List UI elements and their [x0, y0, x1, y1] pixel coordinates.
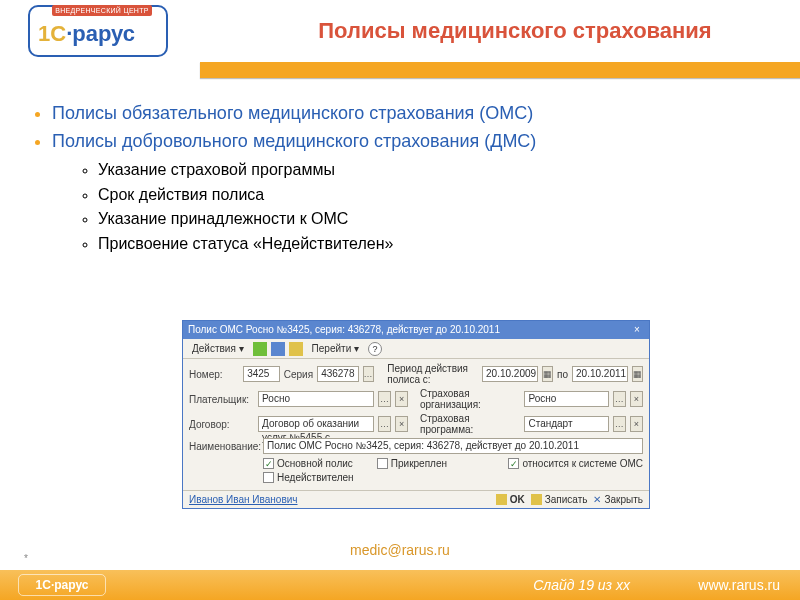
sub-bullet: Присвоение статуса «Недействителен» [98, 232, 770, 257]
series-input[interactable]: 436278 [317, 366, 358, 382]
sub-bullet: Указание страховой программы [98, 158, 770, 183]
lookup-button[interactable]: … [363, 366, 374, 382]
clear-button[interactable]: × [395, 391, 408, 407]
clear-button[interactable]: × [630, 391, 643, 407]
attached-checkbox[interactable]: Прикреплен [377, 458, 447, 469]
program-input[interactable]: Стандарт [524, 416, 608, 432]
toolbar-icon[interactable] [271, 342, 285, 356]
lookup-button[interactable]: … [613, 416, 626, 432]
slide-body: Полисы обязательного медицинского страхо… [30, 100, 770, 257]
sub-bullet: Срок действия полиса [98, 183, 770, 208]
oms-checkbox[interactable]: ✓относится к системе ОМС [508, 458, 643, 469]
lookup-button[interactable]: … [613, 391, 626, 407]
dialog-titlebar: Полис ОМС Росно №3425, серия: 436278, де… [183, 321, 649, 339]
invalid-checkbox[interactable]: Недействителен [263, 472, 354, 483]
save-button[interactable]: Записать [531, 494, 588, 505]
bullet-dms: Полисы добровольного медицинского страхо… [52, 128, 770, 257]
goto-menu[interactable]: Перейти ▾ [307, 341, 364, 356]
number-input[interactable]: 3425 [243, 366, 280, 382]
label: Плательщик: [189, 394, 254, 405]
footer-site: www.rarus.ru [698, 577, 780, 593]
dialog-body: Номер: 3425 Серия 436278 … Период действ… [183, 359, 649, 490]
label: Номер: [189, 369, 239, 380]
calendar-icon[interactable]: ▦ [542, 366, 553, 382]
dialog-title: Полис ОМС Росно №3425, серия: 436278, де… [188, 321, 500, 339]
date-from-input[interactable]: 20.10.2009 [482, 366, 538, 382]
close-icon: ✕ [593, 494, 601, 505]
date-to-input[interactable]: 20.10.2011 [572, 366, 628, 382]
contact-email: medic@rarus.ru [0, 542, 800, 558]
toolbar-icon[interactable] [289, 342, 303, 356]
label: Серия [284, 369, 313, 380]
slide-footer: 1С·рарус Слайд 19 из xx www.rarus.ru [0, 570, 800, 600]
footer-logo: 1С·рарус [18, 574, 106, 596]
company-logo: ВНЕДРЕНЧЕСКИЙ ЦЕНТР 1С·рарус [28, 5, 168, 57]
toolbar-icon[interactable] [253, 342, 267, 356]
label: Договор: [189, 419, 254, 430]
label: по [557, 369, 568, 380]
label: Период действия полиса с: [387, 363, 478, 385]
slide-number: Слайд 19 из xx [533, 577, 630, 593]
bullet-oms: Полисы обязательного медицинского страхо… [52, 100, 770, 128]
payer-input[interactable]: Росно [258, 391, 374, 407]
label: Страховая организация: [420, 388, 520, 410]
org-input[interactable]: Росно [524, 391, 608, 407]
contract-input[interactable]: Договор об оказании услуг №5455 с [258, 416, 374, 432]
calendar-icon[interactable]: ▦ [632, 366, 643, 382]
save-icon [496, 494, 507, 505]
clear-button[interactable]: × [395, 416, 408, 432]
close-icon[interactable]: × [630, 321, 644, 339]
ok-button[interactable]: OK [496, 494, 525, 505]
close-button[interactable]: ✕Закрыть [593, 494, 643, 505]
person-link[interactable]: Иванов Иван Иванович [189, 494, 298, 505]
save-icon [531, 494, 542, 505]
slide-title: Полисы медицинского страхования [240, 18, 790, 44]
lookup-button[interactable]: … [378, 416, 391, 432]
logo-text: 1С·рарус [38, 21, 135, 47]
name-input[interactable]: Полис ОМС Росно №3425, серия: 436278, де… [263, 438, 643, 454]
help-icon[interactable]: ? [368, 342, 382, 356]
label: Наименование: [189, 441, 259, 452]
slide-header: ВНЕДРЕНЧЕСКИЙ ЦЕНТР 1С·рарус Полисы меди… [0, 0, 800, 68]
clear-button[interactable]: × [630, 416, 643, 432]
actions-menu[interactable]: Действия ▾ [187, 341, 249, 356]
policy-dialog: Полис ОМС Росно №3425, серия: 436278, де… [182, 320, 650, 509]
dialog-toolbar: Действия ▾ Перейти ▾ ? [183, 339, 649, 359]
lookup-button[interactable]: … [378, 391, 391, 407]
label: Страховая программа: [420, 413, 520, 435]
main-policy-checkbox[interactable]: ✓Основной полис [263, 458, 353, 469]
accent-bar [200, 62, 800, 78]
dialog-footer: Иванов Иван Иванович OK Записать ✕Закрыт… [183, 490, 649, 508]
sub-bullet: Указание принадлежности к ОМС [98, 207, 770, 232]
logo-caption: ВНЕДРЕНЧЕСКИЙ ЦЕНТР [52, 5, 152, 16]
